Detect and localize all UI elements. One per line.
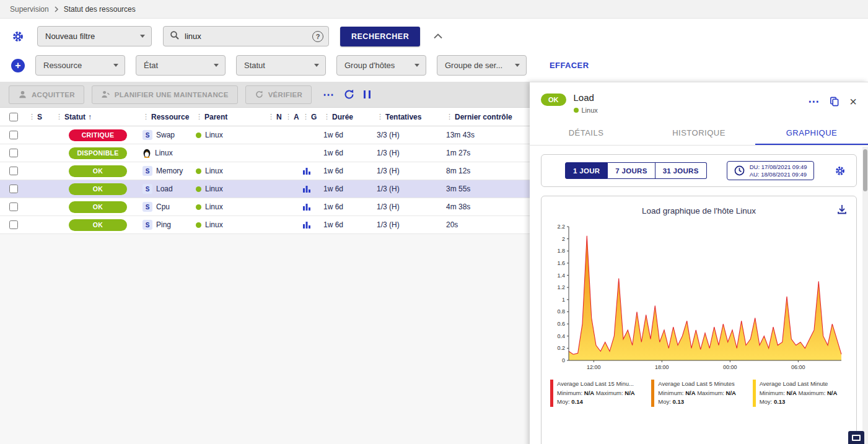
select-all-checkbox[interactable] [9,113,18,121]
table-row[interactable]: OK SLoad Linux 1w 6d 1/3 (H) 3m 55s [0,180,530,198]
table-row[interactable]: OK SPing Linux 1w 6d 1/3 (H) 20s [0,216,530,234]
table-row[interactable]: OK SMemory Linux 1w 6d 1/3 (H) 8m 12s [0,162,530,180]
parent-name[interactable]: Linux [205,220,223,229]
column-header-notes[interactable]: ⋮N [266,113,284,121]
search-button[interactable]: RECHERCHER [340,27,420,46]
column-menu-icon[interactable]: ⋮ [285,113,292,121]
column-header-severity[interactable]: ⋮S [27,113,52,121]
tries-cell: 1/3 (H) [375,202,445,211]
breadcrumb-supervision[interactable]: Supervision [10,5,49,14]
panel-host-name[interactable]: Linux [582,107,598,114]
legend-item: Average Load Last 15 Minu... Minimum: N/… [550,380,645,407]
filter-hostgroup-select[interactable]: Group d'hôtes [336,55,426,76]
range-1-day-button[interactable]: 1 JOUR [565,162,608,179]
pause-icon[interactable] [364,90,370,98]
close-icon[interactable]: × [849,97,857,107]
column-header-last-check[interactable]: ⋮Dernier contrôle [445,113,530,121]
collapse-filters-chevron-up-icon[interactable] [434,32,442,41]
row-checkbox[interactable] [9,202,18,211]
resource-name[interactable]: Swap [156,131,175,139]
tab-details[interactable]: DÉTAILS [530,121,642,145]
panel-scrollbar [862,147,868,444]
chevron-down-icon [515,64,520,67]
resource-name[interactable]: Cpu [156,202,170,211]
refresh-button[interactable] [342,87,356,102]
parent-name[interactable]: Linux [205,202,223,211]
row-checkbox[interactable] [9,167,18,175]
status-badge: OK [69,183,127,195]
help-icon[interactable]: ? [312,31,323,42]
row-checkbox[interactable] [9,185,18,193]
graph-settings-button[interactable] [833,163,848,178]
set-downtime-button[interactable]: PLANIFIER UNE MAINTENANCE [92,85,238,104]
graph-icon[interactable] [302,185,311,193]
saved-filter-select[interactable]: Nouveau filtre [37,26,152,46]
check-button[interactable]: VÉRIFIER [245,85,312,104]
display-corner-button[interactable] [848,431,864,444]
host-up-icon [196,222,201,228]
column-menu-icon[interactable]: ⋮ [196,113,203,121]
more-actions-icon[interactable]: ⋯ [323,92,335,98]
column-header-parent[interactable]: ⋮Parent [195,113,266,121]
column-menu-icon[interactable]: ⋮ [142,113,149,121]
range-31-days-button[interactable]: 31 JOURS [655,162,707,179]
search-input[interactable] [185,32,307,41]
acknowledge-button[interactable]: ACQUITTER [9,85,84,104]
column-menu-icon[interactable]: ⋮ [377,113,384,121]
settings-gear-button[interactable] [10,28,26,45]
row-checkbox[interactable] [9,149,18,157]
column-header-tries[interactable]: ⋮Tentatives [375,113,445,121]
column-menu-icon[interactable]: ⋮ [268,113,274,121]
graph-icon[interactable] [302,167,311,175]
column-menu-icon[interactable]: ⋮ [302,113,309,121]
maintenance-icon [101,90,110,99]
column-header-status[interactable]: ⋮Statut↑ [52,113,141,121]
table-row[interactable]: DISPONIBLE Linux 1w 6d 1/3 (H) 1m [0,144,530,162]
resource-name[interactable]: Memory [156,167,183,175]
svg-text:2.2: 2.2 [557,224,565,230]
parent-name[interactable]: Linux [205,185,223,193]
panel-more-actions-icon[interactable]: ⋯ [808,99,819,104]
sort-ascending-icon[interactable]: ↑ [88,113,92,121]
table-row[interactable]: CRITIQUE SSwap Linux 1w 6d 3/3 (H) 13m 4… [0,126,530,144]
copy-link-button[interactable] [828,95,841,108]
graph-icon[interactable] [302,220,311,229]
graph-icon[interactable] [302,202,311,211]
add-filter-button[interactable]: + [11,59,25,72]
column-header-duration[interactable]: ⋮Durée [322,113,375,121]
filter-status-select[interactable]: Statut [236,55,326,76]
duration-cell: 1w 6d [322,202,375,211]
column-menu-icon[interactable]: ⋮ [56,113,63,121]
row-checkbox[interactable] [9,220,18,229]
clear-filters-button[interactable]: EFFACER [550,61,589,70]
column-header-resource[interactable]: ⋮Ressource [141,113,195,121]
range-7-days-button[interactable]: 7 JOURS [608,162,655,179]
column-menu-icon[interactable]: ⋮ [323,113,330,121]
resource-name[interactable]: Ping [156,220,171,229]
column-menu-icon[interactable]: ⋮ [446,113,453,121]
resources-list-area: ACQUITTER PLANIFIER UNE MAINTENANCE VÉRI… [0,82,530,444]
filter-state-select[interactable]: État [136,55,226,76]
resource-name[interactable]: Linux [155,149,173,157]
service-icon: S [142,184,152,194]
download-icon [836,204,848,215]
table-row[interactable]: OK SCpu Linux 1w 6d 1/3 (H) 4m 38s [0,198,530,216]
row-checkbox[interactable] [9,131,18,139]
filter-servicegroup-select[interactable]: Groupe de ser... [437,55,527,76]
filter-resource-select[interactable]: Ressource [35,55,125,76]
resource-name[interactable]: Load [156,185,173,193]
time-range-card: 1 JOUR 7 JOURS 31 JOURS DU: 17/08/2021 0… [541,154,857,187]
resource-detail-panel: OK Load Linux ⋯ × DÉTAILS HISTORIQUE GRA… [530,82,868,444]
monitor-icon [852,435,861,441]
export-graph-button[interactable] [836,204,848,217]
column-menu-icon[interactable]: ⋮ [28,113,35,121]
last-check-cell: 3m 55s [445,185,530,193]
parent-name[interactable]: Linux [205,131,223,139]
parent-name[interactable]: Linux [205,167,223,175]
tab-graph[interactable]: GRAPHIQUE [755,121,868,145]
custom-period-button[interactable]: DU: 17/08/2021 09:49 AU: 18/08/2021 09:4… [727,161,814,180]
tab-history[interactable]: HISTORIQUE [642,121,755,145]
column-header-action[interactable]: ⋮A [284,113,301,121]
column-header-graph[interactable]: ⋮G [301,113,322,121]
scrollbar-thumb[interactable] [863,149,867,191]
